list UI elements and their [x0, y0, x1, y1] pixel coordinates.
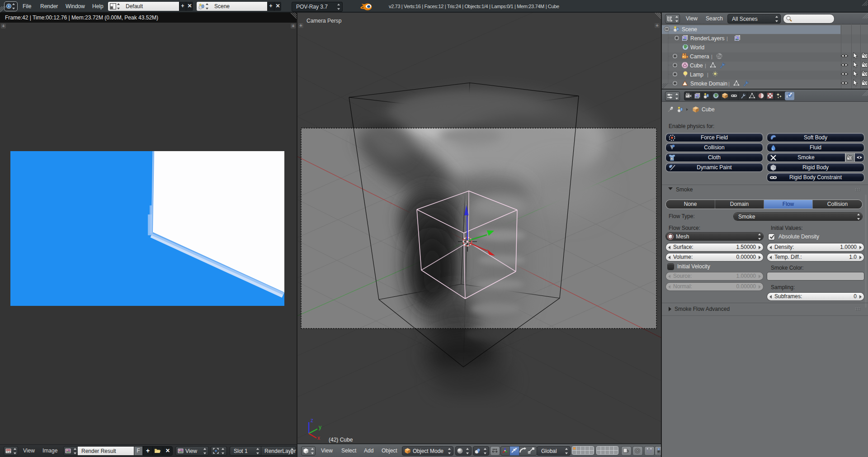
svg-text:Scene: Scene: [682, 26, 697, 33]
svg-text:x: x: [317, 435, 320, 441]
svg-text:Cube: Cube: [702, 106, 715, 113]
svg-text:y: y: [319, 424, 321, 430]
svg-text:Camera: Camera: [690, 53, 709, 60]
svg-text:(42) Cube: (42) Cube: [329, 437, 353, 443]
svg-text:z: z: [311, 417, 313, 424]
svg-text:RenderLayers: RenderLayers: [690, 35, 724, 42]
svg-text:|: |: [711, 54, 712, 59]
svg-text:Smoke Domain: Smoke Domain: [690, 81, 727, 87]
svg-text:|: |: [728, 81, 730, 86]
svg-text:|: |: [705, 63, 706, 68]
svg-text:|: |: [726, 36, 728, 41]
svg-text:World: World: [690, 44, 704, 51]
svg-text:Cube: Cube: [690, 62, 703, 69]
svg-text:|: |: [707, 72, 708, 77]
svg-text:Lamp: Lamp: [690, 71, 703, 78]
svg-text:+: +: [299, 23, 302, 28]
svg-text:Camera Persp: Camera Persp: [307, 18, 342, 24]
svg-text:+: +: [656, 23, 658, 28]
